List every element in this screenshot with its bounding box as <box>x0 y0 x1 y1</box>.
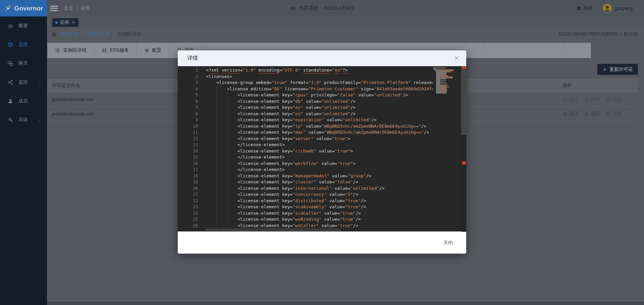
modal-close-button[interactable]: 关闭 <box>443 240 453 246</box>
code-line: 17 </license-element> <box>178 167 466 173</box>
line-number: 14 <box>178 148 203 155</box>
error-marker <box>462 161 466 165</box>
menu-toggle-icon[interactable] <box>50 6 58 11</box>
line-number: 10 <box>178 123 203 130</box>
sidebar-item-概要[interactable]: 概要 <box>0 16 47 35</box>
code-line: 8 <license-element key="os" value="unlim… <box>178 111 466 117</box>
sidebar-item-label: 监控 <box>18 79 28 85</box>
code-line: 20 <license-element key="international" … <box>178 185 466 192</box>
code-line: 18 <license-element key="managermodel" v… <box>178 173 466 179</box>
topbar-breadcrumb: 首页/应用 <box>64 5 90 11</box>
modal-close-icon[interactable] <box>453 54 460 62</box>
code-line: 22 <license-element key="distributed" va… <box>178 198 466 204</box>
line-number: 17 <box>178 167 203 173</box>
list-icon <box>55 48 60 53</box>
action-激活[interactable]: 激活 <box>562 96 579 102</box>
action-详情[interactable]: 详情 <box>605 96 622 102</box>
sidebar-item-网关[interactable]: 网关 <box>0 54 47 73</box>
code-line: 11 <license-element key="mac" value="WBg… <box>178 129 466 136</box>
tab-app[interactable]: 应用 ✕ <box>52 18 78 27</box>
code-line: 2<licenses> <box>178 74 466 80</box>
topbar-crumb[interactable]: 应用 <box>80 5 90 11</box>
code-editor[interactable]: 1<?xml version="1.0" encoding="UTF-8" st… <box>178 66 466 232</box>
chevron-down-icon <box>38 81 42 85</box>
action-详情[interactable]: 详情 <box>605 111 622 117</box>
breadcrumb-separator: / <box>76 6 77 11</box>
modal-footer: 关闭 <box>178 231 466 254</box>
action-删除[interactable]: 删除 <box>584 111 600 117</box>
page-crumb[interactable]: 实例组列表 <box>87 31 110 37</box>
details-modal: 详情 1<?xml version="1.0" encoding="UTF-8"… <box>178 50 466 254</box>
line-number: 18 <box>178 173 203 179</box>
action-激活[interactable]: 激活 <box>562 111 579 117</box>
modal-title: 详情 <box>187 55 198 62</box>
code-line: 25 <license-element key="wsBinding" valu… <box>178 216 466 223</box>
code-line: 23 <license-element key="scaAssembly" va… <box>178 204 466 210</box>
sidebar-item-label: 成员 <box>18 98 28 104</box>
system-menu-label: 系统 <box>583 5 593 11</box>
code-line: 19 <license-element key="cluster" value=… <box>178 179 466 185</box>
toolbar-button-实例组详情[interactable]: 实例组详情 <box>47 43 94 58</box>
code-line: 13 </license-element> <box>178 142 466 148</box>
code-line: 10 <license-element key="ip" value="WBgB… <box>178 123 466 130</box>
line-number: 20 <box>178 185 203 192</box>
screen: Governor 首页/应用 当前系统：EOS8-DEMO 系统 <box>0 0 644 305</box>
action-删除[interactable]: 删除 <box>584 96 600 102</box>
current-system: 当前系统：EOS8-DEMO <box>290 0 354 16</box>
line-number: 21 <box>178 191 203 198</box>
toolbar-button-label: 实例组详情 <box>63 47 87 53</box>
context-path: EOS8-DEMO-PROVIDER01 > 默认组 <box>559 31 638 37</box>
tab-active-dot <box>55 21 58 24</box>
code-line: 1<?xml version="1.0" encoding="UTF-8" st… <box>178 67 466 74</box>
service-icon <box>102 48 107 53</box>
sidebar-item-应用[interactable]: 应用 <box>0 35 47 54</box>
toolbar-button-label: 配置 <box>152 47 162 53</box>
chevron-down-icon <box>38 118 42 122</box>
topbar-right: 系统 gaoyang <box>576 0 639 16</box>
gateway-icon <box>7 60 13 67</box>
sidebar-item-高级[interactable]: 高级 <box>0 111 47 129</box>
dashboard-icon <box>7 23 13 29</box>
line-number: 13 <box>178 142 203 148</box>
sidebar-item-监控[interactable]: 监控 <box>0 73 47 92</box>
tab-bar: 应用 ✕ <box>47 16 644 28</box>
line-number: 16 <box>178 161 203 167</box>
line-number: 15 <box>178 154 203 161</box>
line-number: 19 <box>178 179 203 185</box>
close-icon <box>453 54 460 62</box>
tab-close-icon[interactable]: ✕ <box>72 20 75 25</box>
file-icon <box>605 112 610 117</box>
code-line: 16 <license-element key="workflow" value… <box>178 161 466 167</box>
indent-guide <box>227 86 227 228</box>
line-number: 3 <box>178 80 203 86</box>
line-number: 11 <box>178 129 203 136</box>
tab-label: 应用 <box>60 19 69 26</box>
breadcrumb: 应用列表/实例组列表/实例组详情 <box>61 31 141 37</box>
toolbar-button-EOS服务[interactable]: EOS服务 <box>94 43 137 58</box>
sidebar-item-label: 高级 <box>18 117 28 123</box>
scrollbar-thumb[interactable] <box>461 66 466 135</box>
line-number: 26 <box>178 223 203 229</box>
system-menu[interactable]: 系统 <box>576 5 593 11</box>
line-number: 24 <box>178 210 203 217</box>
code-line: 3 <license-group embed="true" format="1.… <box>178 80 466 86</box>
topbar-crumb[interactable]: 首页 <box>64 5 73 11</box>
editor-hscrollbar-thumb[interactable] <box>205 228 341 231</box>
update-license-button[interactable]: 更新许可证 <box>597 64 638 75</box>
horizontal-scrollbar[interactable] <box>47 302 644 305</box>
app-logo: Governor <box>0 0 47 16</box>
code-line: 9 <license-element key="expiration" valu… <box>178 117 466 123</box>
eye-icon <box>562 112 568 117</box>
indent-guide <box>216 86 217 228</box>
username[interactable]: gaoyang <box>614 6 633 11</box>
page-crumb[interactable]: 应用列表 <box>61 31 79 37</box>
sidebar-item-成员[interactable]: 成员 <box>0 92 47 111</box>
editor-minimap[interactable] <box>433 66 461 97</box>
sidebar-item-label: 网关 <box>18 60 28 67</box>
toolbar-button-label: EOS服务 <box>110 47 129 53</box>
sidebar-item-label: 概要 <box>18 23 28 29</box>
page-breadcrumb-row: 应用列表/实例组列表/实例组详情 EOS8-DEMO-PROVIDER01 > … <box>47 28 638 40</box>
sidebar-item-label: 应用 <box>18 42 28 48</box>
avatar[interactable] <box>603 4 612 13</box>
toolbar-button-配置[interactable]: 配置 <box>137 43 169 58</box>
